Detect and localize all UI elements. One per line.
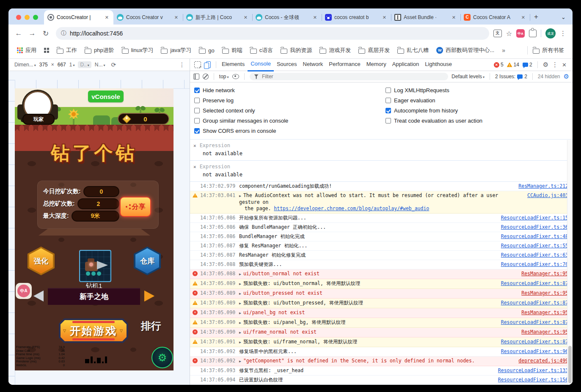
tab-close-icon[interactable]: ✕ [520, 14, 526, 21]
bookmark-item[interactable]: 底层开发 [355, 45, 393, 56]
level-next-arrow[interactable] [144, 291, 154, 302]
devtools-tab-application[interactable]: Application [389, 58, 422, 70]
filter-input[interactable] [261, 73, 444, 80]
console-setting[interactable]: Preserve log [190, 95, 381, 105]
start-game-button[interactable]: ▽开始游戏▽ [59, 318, 128, 343]
log-source-link[interactable]: ResourceLoadFixer.ts:70 [501, 261, 568, 268]
tab-close-icon[interactable]: ✕ [381, 14, 388, 21]
console-settings-gear-icon[interactable]: ⚙ [564, 73, 569, 80]
console-log-row[interactable]: 14:37:05.087修复 ResManager 初始化...Resource… [190, 241, 573, 251]
devtools-tab-console[interactable]: Console [248, 58, 274, 71]
zoom-select[interactable]: 1▾ [69, 62, 75, 68]
url-text[interactable]: http://localhost:7456 [70, 30, 123, 37]
log-url-link[interactable]: https://developer.chrome.com/blog/autopl… [274, 206, 429, 211]
site-info-icon[interactable]: ⓘ [61, 30, 66, 37]
expand-arrow-icon[interactable]: ▶ [239, 302, 241, 305]
expand-arrow-icon[interactable]: ▶ [239, 321, 241, 325]
share-button[interactable]: 分享 [120, 197, 151, 217]
level-prev-arrow[interactable] [33, 291, 44, 302]
bookmark-item[interactable]: java学习 [157, 45, 195, 56]
log-source-link[interactable]: ResManager.ts:95 [521, 271, 568, 277]
expand-arrow-icon[interactable]: ▶ [239, 311, 241, 315]
log-source-link[interactable]: ResourceLoadFixer.ts:55 [501, 243, 568, 249]
close-window-button[interactable] [16, 15, 21, 20]
address-bar[interactable]: ⓘ http://localhost:7456 [56, 27, 489, 40]
log-source-link[interactable]: ResourceLoadFixer.ts:48 [501, 233, 568, 240]
new-tab-button[interactable]: + [530, 13, 542, 25]
device-toolbar-menu-icon[interactable]: ⋮ [179, 61, 185, 68]
zoom-window-button[interactable] [33, 15, 38, 20]
dpr-select[interactable]: D..▾ [78, 61, 91, 68]
console-setting[interactable]: Selected context only [190, 105, 381, 115]
tab-close-icon[interactable]: ✕ [173, 14, 179, 21]
bookmark-item[interactable]: 工作 [53, 45, 80, 56]
bookmark-item[interactable]: 游戏开发 [316, 45, 354, 56]
console-log-row[interactable]: 14:37:02.979component/runGameLoading加载成功… [190, 182, 573, 191]
devtools-close-icon[interactable]: ✕ [562, 62, 567, 68]
console-log-row[interactable]: 14:37:05.094已设置默认白色纹理ResourceLoadFixer.t… [190, 376, 573, 385]
console-log-row[interactable]: !14:37:05.091▶预加载失败: ui/frame_normal, 将使… [190, 337, 573, 347]
rotate-device-icon[interactable]: ⟳ [111, 61, 116, 68]
bookmark-item[interactable] [41, 46, 52, 55]
log-source-link[interactable]: deprecated.js:499 [518, 358, 568, 364]
console-log-row[interactable]: ✕14:37:05.092▶"getComponent" is not defi… [190, 356, 573, 366]
device-height-input[interactable]: 667 [58, 62, 66, 68]
browser-tab[interactable]: CocosCreator | ✕ [44, 10, 113, 25]
checkbox-icon[interactable] [194, 108, 200, 113]
clear-console-icon[interactable] [203, 74, 209, 79]
log-source-link[interactable]: ResourceLoadFixer.ts:36 [501, 224, 568, 230]
checkbox-checked-icon[interactable] [194, 128, 200, 134]
devtools-tab-network[interactable]: Network [300, 58, 326, 70]
all-bookmarks[interactable]: 所有书签 [526, 45, 567, 56]
devtools-tab-elements[interactable]: Elements [219, 58, 248, 70]
checkbox-icon[interactable] [385, 118, 391, 123]
bookmark-item[interactable]: W西部数码管理中心... [433, 45, 498, 56]
translate-extension-icon[interactable]: 中A [516, 29, 525, 38]
console-scrollbar[interactable] [567, 140, 573, 385]
log-source-link[interactable]: ResourceLoadFixer.ts:15 [501, 215, 568, 221]
console-log-row[interactable]: ✕14:37:05.090▶ui/frame_normal not existR… [190, 328, 573, 337]
issues-link[interactable]: 2 Issues:2 [495, 74, 527, 79]
console-log-row[interactable]: 14:37:05.087ResManager 初始化修复完成ResourceLo… [190, 251, 573, 260]
console-setting[interactable]: Hide network [190, 85, 381, 95]
console-log-row[interactable]: 14:37:05.086BundleManager 初始化完成ResourceL… [190, 232, 573, 241]
profile-avatar[interactable]: 成龙 [545, 28, 556, 38]
checkbox-icon[interactable] [194, 118, 200, 123]
log-source-link[interactable]: ResManager.ts:95 [521, 329, 568, 335]
forward-button[interactable]: → [26, 27, 38, 39]
console-setting[interactable]: Group similar messages in console [190, 115, 381, 126]
browser-tab[interactable]: CCocos Creator A✕ [460, 10, 530, 25]
console-log-row[interactable]: 14:37:05.086确保 BundleManager 正确初始化...Res… [190, 223, 573, 232]
log-source-link[interactable]: ResourceLoadFixer.ts:87 [501, 319, 568, 326]
tab-close-icon[interactable]: ✕ [312, 14, 318, 21]
dimensions-select[interactable]: Dimen...▾ [14, 62, 36, 68]
browser-tab[interactable]: 新手上路 | Coco✕ [183, 10, 252, 25]
console-setting[interactable]: Show CORS errors in console [190, 126, 381, 136]
browser-menu-icon[interactable]: ⋮ [560, 30, 567, 37]
log-source-link[interactable]: ResourceLoadFixer.ts:87 [501, 280, 568, 287]
log-source-link[interactable]: ResourceLoadFixer.ts:133 [498, 367, 568, 374]
warning-count-badge[interactable]: !14 [507, 62, 519, 68]
devtools-tab-memory[interactable]: Memory [363, 58, 389, 70]
bookmark-star-icon[interactable]: ☆ [506, 30, 512, 38]
devtools-menu-icon[interactable]: ⋮ [552, 61, 559, 69]
devtools-tab-lighthouse[interactable]: Lighthouse [422, 58, 455, 70]
checkbox-checked-icon[interactable] [194, 88, 200, 93]
bookmark-item[interactable]: 我的资源 [277, 45, 315, 56]
context-select[interactable]: top▾ [219, 74, 229, 79]
console-log-row[interactable]: 14:37:05.088预加载关键资源...ResourceLoadFixer.… [190, 260, 573, 269]
vconsole-button[interactable]: vConsole [88, 90, 124, 102]
checkbox-icon[interactable] [194, 98, 200, 103]
live-expression[interactable]: ✕Expressionnot available [190, 161, 573, 182]
inspect-element-icon[interactable] [194, 61, 201, 68]
bookmark-item[interactable]: go [196, 46, 218, 55]
bookmark-item[interactable]: linux学习 [118, 45, 157, 56]
console-log-row[interactable]: ✕14:37:05.089▶ui/button_pressed not exis… [190, 289, 573, 299]
issues-count-badge[interactable]: 2 [523, 62, 532, 68]
console-setting[interactable]: Treat code evaluation as user action [381, 115, 573, 126]
console-log-row[interactable]: !14:37:03.041▶The AudioContext was not a… [190, 191, 573, 214]
drill-machine-button[interactable] [79, 250, 111, 282]
log-source-link[interactable]: ResManager.ts:95 [521, 310, 568, 316]
log-source-link[interactable]: ResManager.ts:95 [521, 290, 568, 296]
reload-button[interactable]: ↻ [40, 27, 52, 39]
